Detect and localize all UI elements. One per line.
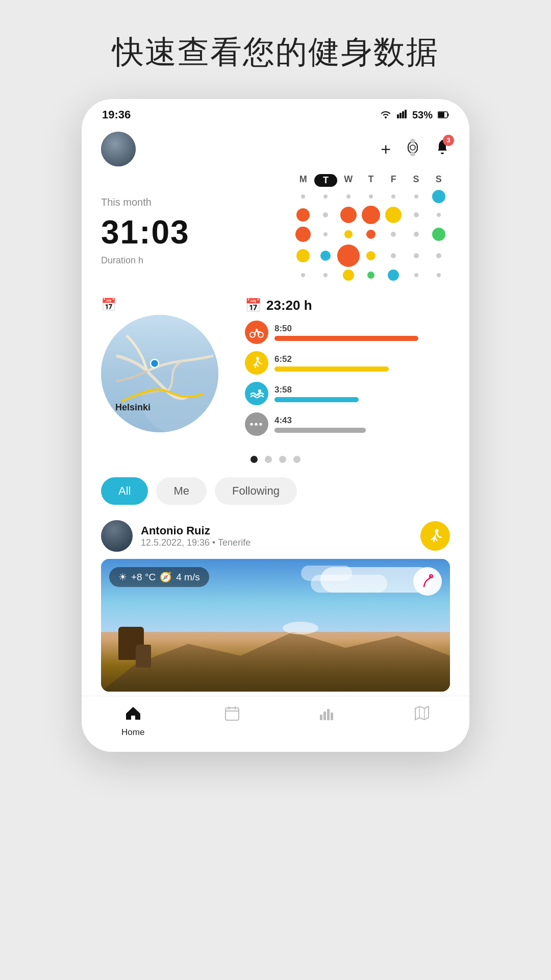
filter-pills: All Me Following bbox=[82, 473, 469, 515]
wifi-icon bbox=[380, 109, 392, 121]
svg-rect-25 bbox=[323, 712, 326, 720]
photo-card: ☀ +8 °C 🧭 4 m/s bbox=[101, 559, 450, 692]
map-circle: Helsinki bbox=[101, 315, 218, 432]
nav-stats[interactable] bbox=[319, 705, 335, 724]
nav-stats-icon bbox=[319, 705, 335, 724]
post-avatar[interactable] bbox=[101, 520, 133, 552]
route-icon[interactable] bbox=[413, 567, 442, 596]
svg-rect-7 bbox=[408, 142, 417, 153]
filter-following-button[interactable]: Following bbox=[215, 477, 297, 505]
svg-rect-0 bbox=[397, 114, 399, 118]
other-icon: ••• bbox=[245, 412, 268, 436]
filter-me-button[interactable]: Me bbox=[156, 477, 207, 505]
page-dot-2[interactable] bbox=[265, 456, 272, 463]
swimming-bar-wrap: 3:58 bbox=[274, 385, 450, 402]
duration-label: Duration h bbox=[101, 255, 282, 266]
post-run-badge[interactable] bbox=[420, 521, 450, 551]
weather-badge: ☀ +8 °C 🧭 4 m/s bbox=[109, 567, 209, 587]
avatar[interactable] bbox=[101, 132, 136, 166]
calendar-grid: M T W T F S S bbox=[292, 174, 450, 281]
time-display: 19:36 bbox=[102, 108, 131, 121]
phone-frame: 19:36 53% + bbox=[82, 99, 469, 752]
activity-section: 📅 bbox=[82, 283, 469, 451]
cal-day-t2: T bbox=[360, 174, 382, 187]
cal-day-s: S bbox=[405, 174, 427, 187]
watch-icon[interactable] bbox=[405, 139, 420, 160]
running-bar bbox=[274, 366, 389, 372]
cal-day-f: F bbox=[382, 174, 405, 187]
activity-item-other: ••• 4:43 bbox=[245, 412, 450, 436]
sun-icon: ☀ bbox=[118, 571, 127, 583]
wind-speed: 4 m/s bbox=[176, 572, 199, 583]
svg-rect-10 bbox=[411, 152, 415, 156]
map-roads bbox=[101, 315, 218, 432]
top-nav: + 3 bbox=[82, 127, 469, 174]
photo-snow bbox=[283, 622, 318, 634]
swimming-icon bbox=[245, 382, 268, 405]
cycling-time: 8:50 bbox=[274, 324, 450, 334]
rock-2 bbox=[136, 645, 151, 668]
running-time: 6:52 bbox=[274, 354, 450, 364]
nav-map[interactable] bbox=[414, 705, 430, 724]
bell-badge: 3 bbox=[443, 135, 454, 146]
nav-icons: + 3 bbox=[381, 139, 450, 160]
battery-icon bbox=[438, 109, 449, 121]
swimming-bar bbox=[274, 397, 359, 402]
cal-row-2 bbox=[292, 206, 450, 224]
cal-day-s2: S bbox=[428, 174, 450, 187]
nav-calendar-icon bbox=[224, 705, 240, 724]
cal-day-m: M bbox=[292, 174, 314, 187]
weather-temp: +8 °C bbox=[131, 572, 156, 583]
running-bar-wrap: 6:52 bbox=[274, 354, 450, 372]
post-header: Antonio Ruiz 12.5.2022, 19:36 • Tenerife bbox=[101, 520, 450, 552]
post-user-name: Antonio Ruiz bbox=[141, 524, 251, 537]
swimming-time: 3:58 bbox=[274, 385, 450, 395]
nav-map-icon bbox=[414, 705, 430, 724]
cal-row-3 bbox=[292, 227, 450, 242]
cloud-3 bbox=[301, 566, 352, 581]
add-button[interactable]: + bbox=[381, 139, 391, 159]
nav-calendar[interactable] bbox=[224, 705, 240, 724]
page-title: 快速查看您的健身数据 bbox=[112, 31, 439, 74]
svg-rect-24 bbox=[320, 715, 322, 720]
running-icon bbox=[245, 351, 268, 375]
battery-display: 53% bbox=[412, 109, 433, 121]
page-dot-3[interactable] bbox=[279, 456, 286, 463]
wind-icon: 🧭 bbox=[160, 571, 172, 583]
activity-total-label: 23:20 h bbox=[266, 298, 312, 313]
page-dot-1[interactable] bbox=[251, 456, 258, 463]
cycling-bar-wrap: 8:50 bbox=[274, 324, 450, 341]
page-dot-4[interactable] bbox=[293, 456, 300, 463]
svg-rect-3 bbox=[405, 110, 407, 118]
cal-row-5 bbox=[292, 270, 450, 281]
svg-rect-1 bbox=[399, 113, 402, 118]
svg-rect-27 bbox=[331, 713, 333, 720]
filter-all-button[interactable]: All bbox=[101, 477, 148, 505]
cycling-icon bbox=[245, 321, 268, 344]
cycling-bar bbox=[274, 336, 418, 341]
nav-home-label: Home bbox=[121, 727, 144, 738]
svg-rect-20 bbox=[226, 708, 239, 720]
activity-post: Antonio Ruiz 12.5.2022, 19:36 • Tenerife bbox=[82, 515, 469, 692]
post-meta: 12.5.2022, 19:36 • Tenerife bbox=[141, 537, 251, 548]
map-calendar-icon: 📅 bbox=[101, 298, 234, 312]
status-bar: 19:36 53% bbox=[82, 99, 469, 127]
bell-button[interactable]: 3 bbox=[435, 139, 450, 160]
post-info: Antonio Ruiz 12.5.2022, 19:36 • Tenerife bbox=[141, 524, 251, 548]
home-icon bbox=[125, 705, 141, 724]
map-bg: Helsinki bbox=[101, 315, 218, 432]
page-wrapper: 快速查看您的健身数据 19:36 53% bbox=[0, 0, 551, 980]
map-city-label: Helsinki bbox=[115, 402, 151, 413]
map-card: 📅 bbox=[101, 298, 234, 443]
cal-row-4 bbox=[292, 244, 450, 267]
svg-rect-6 bbox=[448, 113, 449, 116]
cal-header: M T W T F S S bbox=[292, 174, 450, 187]
status-icons: 53% bbox=[380, 109, 449, 121]
svg-point-12 bbox=[151, 359, 159, 368]
nav-home[interactable]: Home bbox=[121, 705, 144, 738]
cal-row-1 bbox=[292, 190, 450, 203]
time-value: 31:03 bbox=[101, 213, 282, 251]
other-time: 4:43 bbox=[274, 415, 450, 426]
signal-icon bbox=[397, 109, 407, 121]
bottom-nav: Home bbox=[82, 696, 469, 752]
